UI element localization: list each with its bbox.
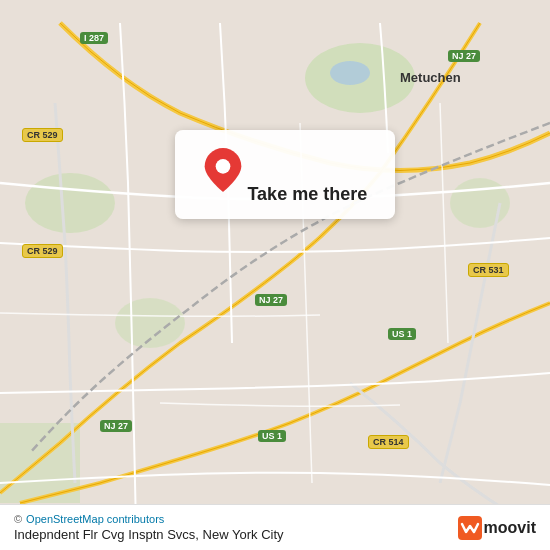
map-container: Metuchen I 287 NJ 27 CR 529 CR 529 NJ 27… (0, 0, 550, 550)
bottom-bar: © OpenStreetMap contributors Indepndent … (0, 504, 550, 550)
svg-point-6 (330, 61, 370, 85)
road-badge-us1-bot: US 1 (258, 430, 286, 442)
moovit-icon (458, 516, 482, 540)
copyright-symbol: © (14, 513, 22, 525)
svg-point-5 (450, 178, 510, 228)
road-badge-nj27-bot: NJ 27 (100, 420, 132, 432)
road-badge-nj27-top: NJ 27 (448, 50, 480, 62)
moovit-logo: moovit (458, 516, 536, 540)
svg-point-7 (216, 159, 231, 174)
location-name: Indepndent Flr Cvg Insptn Svcs, New York… (14, 527, 284, 542)
moovit-text: moovit (484, 519, 536, 537)
road-badge-cr529-top: CR 529 (22, 128, 63, 142)
svg-point-2 (25, 173, 115, 233)
map-attribution: © OpenStreetMap contributors (14, 513, 284, 525)
road-badge-cr529-mid: CR 529 (22, 244, 63, 258)
road-badge-us1-mid: US 1 (388, 328, 416, 340)
osm-attribution[interactable]: OpenStreetMap contributors (26, 513, 164, 525)
road-badge-cr531: CR 531 (468, 263, 509, 277)
road-badge-nj27-mid: NJ 27 (255, 294, 287, 306)
road-badge-i287: I 287 (80, 32, 108, 44)
take-me-there-button[interactable]: Take me there (247, 184, 367, 205)
road-badge-cr514: CR 514 (368, 435, 409, 449)
location-pin-icon (203, 148, 243, 192)
take-me-there-overlay: Take me there (175, 130, 395, 219)
